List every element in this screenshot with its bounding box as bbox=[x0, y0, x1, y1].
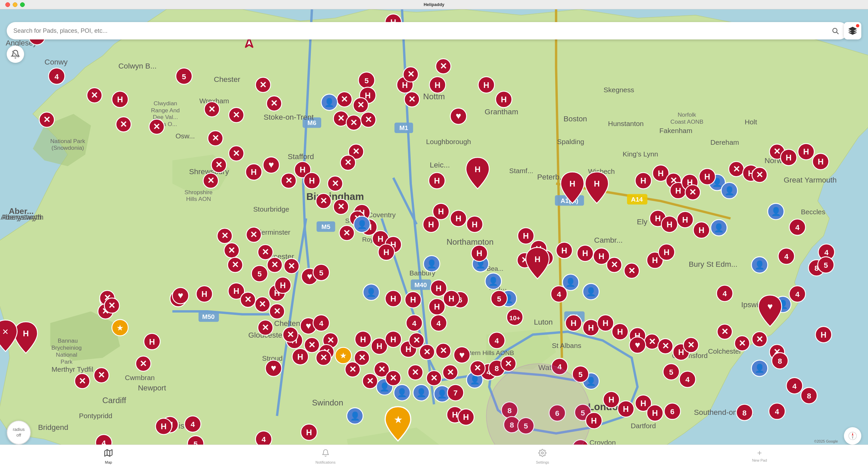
svg-text:H: H bbox=[365, 91, 371, 100]
svg-text:✕: ✕ bbox=[228, 245, 235, 256]
svg-text:H: H bbox=[658, 169, 664, 178]
bottom-navigation: Map Notifications Settings + New Pad bbox=[0, 445, 868, 474]
svg-text:Merthyr Tydfil: Merthyr Tydfil bbox=[52, 365, 93, 373]
svg-text:✕: ✕ bbox=[320, 196, 327, 206]
svg-text:H: H bbox=[233, 286, 239, 296]
svg-text:✕: ✕ bbox=[244, 295, 252, 305]
svg-text:♥: ♥ bbox=[178, 290, 183, 301]
svg-text:H: H bbox=[534, 255, 540, 264]
svg-text:5: 5 bbox=[182, 72, 186, 81]
svg-text:4: 4 bbox=[775, 407, 779, 416]
svg-text:✕: ✕ bbox=[108, 301, 116, 310]
svg-text:H: H bbox=[666, 220, 673, 229]
svg-text:King's Lynn: King's Lynn bbox=[623, 150, 658, 158]
svg-text:4: 4 bbox=[722, 290, 727, 298]
svg-text:4: 4 bbox=[685, 375, 690, 384]
close-button[interactable] bbox=[5, 2, 10, 7]
nav-item-map[interactable]: Map bbox=[95, 449, 122, 464]
svg-text:H: H bbox=[428, 220, 434, 229]
svg-text:✕: ✕ bbox=[474, 363, 481, 373]
svg-text:Newport: Newport bbox=[138, 384, 166, 392]
svg-text:Aber...: Aber... bbox=[9, 207, 33, 215]
svg-text:5: 5 bbox=[669, 368, 674, 376]
svg-text:H: H bbox=[588, 323, 594, 332]
svg-text:4: 4 bbox=[55, 72, 59, 81]
svg-text:✕: ✕ bbox=[271, 260, 278, 270]
svg-text:👤: 👤 bbox=[357, 219, 367, 230]
layers-button[interactable] bbox=[844, 22, 861, 39]
svg-text:H: H bbox=[306, 428, 312, 437]
svg-text:Spalding: Spalding bbox=[557, 138, 584, 145]
svg-text:H: H bbox=[23, 329, 29, 338]
svg-text:♥: ♥ bbox=[306, 320, 311, 331]
svg-text:👤: 👤 bbox=[714, 223, 724, 233]
svg-text:Bury St Edm...: Bury St Edm... bbox=[689, 260, 738, 268]
traffic-lights bbox=[5, 2, 25, 7]
svg-text:✕: ✕ bbox=[662, 341, 669, 351]
svg-text:Stoke-on-Trent: Stoke-on-Trent bbox=[264, 113, 314, 121]
svg-text:8: 8 bbox=[495, 364, 499, 373]
maximize-button[interactable] bbox=[20, 2, 25, 7]
svg-text:✕: ✕ bbox=[721, 327, 728, 337]
map-container[interactable]: M6 M1 M5 M40 M50 A1(M) A14 M1 Manches...… bbox=[0, 9, 868, 474]
svg-text:H: H bbox=[591, 416, 597, 425]
svg-text:✕: ✕ bbox=[287, 330, 294, 340]
search-bar[interactable] bbox=[7, 22, 848, 39]
svg-text:Shropshire: Shropshire bbox=[184, 189, 213, 196]
svg-text:5: 5 bbox=[364, 76, 369, 85]
svg-text:✕: ✕ bbox=[430, 373, 438, 383]
svg-text:♥: ♥ bbox=[767, 301, 773, 311]
svg-text:✕: ✕ bbox=[231, 260, 239, 270]
svg-text:M50: M50 bbox=[202, 313, 215, 320]
svg-text:M5: M5 bbox=[321, 223, 331, 230]
search-button[interactable] bbox=[829, 25, 841, 37]
svg-text:5: 5 bbox=[824, 261, 828, 269]
nav-item-new-pad[interactable]: + New Pad bbox=[746, 449, 773, 462]
svg-text:4: 4 bbox=[796, 290, 800, 299]
google-attribution: ©2025 Google bbox=[814, 439, 838, 443]
svg-text:✕: ✕ bbox=[337, 113, 345, 123]
svg-text:H: H bbox=[682, 215, 688, 224]
alert-button[interactable] bbox=[7, 45, 24, 63]
compass-icon bbox=[848, 431, 857, 441]
svg-text:✕: ✕ bbox=[308, 340, 315, 350]
svg-text:♥: ♥ bbox=[635, 340, 641, 350]
minimize-button[interactable] bbox=[13, 2, 18, 7]
svg-text:7: 7 bbox=[454, 389, 458, 397]
svg-line-582 bbox=[837, 32, 838, 34]
svg-text:✕: ✕ bbox=[259, 299, 266, 309]
nav-item-notifications[interactable]: Notifications bbox=[312, 449, 339, 464]
svg-text:✕: ✕ bbox=[413, 335, 420, 345]
svg-text:H: H bbox=[280, 281, 286, 290]
svg-text:H: H bbox=[434, 176, 440, 185]
svg-text:5: 5 bbox=[497, 295, 501, 303]
svg-text:H: H bbox=[561, 246, 567, 255]
compass-button[interactable] bbox=[844, 427, 861, 445]
new-pad-nav-label: New Pad bbox=[752, 458, 767, 462]
svg-text:5: 5 bbox=[257, 270, 262, 278]
layers-icon bbox=[848, 26, 857, 35]
svg-text:✕: ✕ bbox=[440, 346, 447, 356]
radius-button[interactable]: radius off bbox=[7, 420, 31, 445]
app-title: Helipaddy bbox=[424, 2, 444, 7]
svg-text:👤: 👤 bbox=[366, 287, 376, 298]
settings-nav-label: Settings bbox=[536, 460, 549, 464]
svg-text:H: H bbox=[161, 422, 167, 431]
svg-text:4: 4 bbox=[319, 319, 323, 328]
svg-text:✕: ✕ bbox=[739, 338, 746, 348]
svg-text:H: H bbox=[678, 348, 684, 357]
svg-text:4: 4 bbox=[437, 319, 441, 328]
svg-text:H: H bbox=[617, 327, 623, 336]
layers-notification-dot bbox=[856, 24, 859, 27]
svg-text:4: 4 bbox=[793, 382, 797, 391]
svg-text:H: H bbox=[438, 207, 444, 216]
svg-text:H: H bbox=[641, 176, 647, 185]
svg-text:👤: 👤 bbox=[724, 186, 735, 196]
svg-text:✕: ✕ bbox=[140, 359, 147, 369]
svg-text:✕: ✕ bbox=[343, 228, 350, 238]
svg-point-590 bbox=[541, 452, 544, 454]
svg-text:✕: ✕ bbox=[288, 261, 295, 271]
svg-text:👤: 👤 bbox=[565, 277, 576, 287]
search-input[interactable] bbox=[13, 27, 829, 34]
nav-item-settings[interactable]: Settings bbox=[529, 449, 556, 464]
